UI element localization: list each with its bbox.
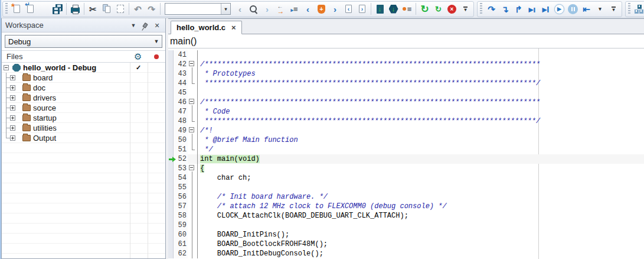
breakpoint-gutter[interactable] bbox=[168, 164, 174, 173]
stack-blocks-icon[interactable] bbox=[633, 2, 644, 16]
code-text[interactable]: BOARD_BootClockFROHF48M(); bbox=[197, 239, 644, 249]
code-text[interactable]: BOARD_InitPins(); bbox=[197, 230, 644, 239]
code-text[interactable]: char ch; bbox=[197, 173, 644, 183]
line-number[interactable]: 55 bbox=[174, 183, 188, 192]
nav-back-icon[interactable]: ‹ bbox=[233, 2, 247, 16]
breakpoint-gutter[interactable] bbox=[168, 126, 174, 135]
fold-collapse-icon[interactable] bbox=[189, 127, 194, 132]
expand-box-icon[interactable] bbox=[10, 85, 15, 90]
code-text[interactable]: BOARD_InitDebugConsole(); bbox=[197, 249, 644, 258]
breakpoint-gutter[interactable] bbox=[168, 202, 174, 211]
expand-box-icon[interactable] bbox=[10, 125, 15, 131]
prev-bookmark-icon[interactable]: ‹ bbox=[301, 2, 315, 16]
breakpoint-gutter[interactable] bbox=[168, 173, 174, 183]
next-document-icon[interactable]: › bbox=[355, 2, 369, 16]
code-text[interactable]: * Code bbox=[197, 107, 644, 116]
collapse-box-icon[interactable] bbox=[4, 65, 9, 70]
expand-box-icon[interactable] bbox=[10, 115, 15, 121]
line-number[interactable]: 58 bbox=[174, 211, 188, 221]
fold-collapse-icon[interactable] bbox=[189, 61, 194, 66]
prev-document-icon[interactable]: ‹ bbox=[342, 2, 355, 16]
stop-debugging-icon[interactable]: ⇤ bbox=[580, 2, 593, 16]
code-text[interactable] bbox=[197, 88, 644, 98]
breakpoint-gutter[interactable] bbox=[168, 107, 174, 116]
breakpoint-gutter[interactable] bbox=[168, 249, 174, 258]
breakpoint-gutter[interactable] bbox=[168, 116, 174, 126]
line-number[interactable]: 46 bbox=[174, 98, 188, 107]
reset-icon[interactable]: ↻ bbox=[418, 2, 431, 16]
next-bookmark-icon[interactable]: › bbox=[328, 2, 342, 16]
breakpoint-column-dot-icon[interactable] bbox=[154, 54, 159, 59]
breakpoint-gutter[interactable] bbox=[168, 79, 174, 88]
breakpoint-gutter[interactable] bbox=[168, 69, 174, 79]
open-document-icon[interactable] bbox=[24, 2, 37, 16]
find-combobox[interactable]: ▾ bbox=[162, 2, 233, 16]
search-icon[interactable] bbox=[247, 2, 260, 16]
expand-box-icon[interactable] bbox=[10, 135, 15, 141]
expand-box-icon[interactable] bbox=[10, 105, 15, 111]
code-text[interactable]: * @brief Main function bbox=[197, 135, 644, 145]
bookmark-list-icon[interactable]: ▸≡ bbox=[287, 2, 301, 16]
code-text[interactable]: */ bbox=[197, 145, 644, 154]
code-text[interactable]: /* attach 12 MHz clock to FLEXCOMM0 (deb… bbox=[197, 202, 644, 211]
expand-box-icon[interactable] bbox=[10, 95, 15, 101]
break-icon[interactable] bbox=[566, 2, 580, 16]
step-into-icon[interactable]: ↴ bbox=[498, 2, 512, 16]
new-document-icon[interactable] bbox=[10, 2, 24, 16]
code-text[interactable] bbox=[197, 50, 644, 60]
code-text[interactable]: /* Init board hardware. */ bbox=[197, 192, 644, 202]
next-statement-icon[interactable]: ▸ı bbox=[525, 2, 539, 16]
line-number[interactable]: 60 bbox=[174, 230, 188, 239]
line-number[interactable]: 61 bbox=[174, 239, 188, 249]
breakpoint-gutter[interactable] bbox=[168, 50, 174, 60]
breakpoint-gutter[interactable] bbox=[168, 98, 174, 107]
fold-collapse-icon[interactable] bbox=[189, 165, 194, 170]
tree-row-board[interactable]: board bbox=[2, 73, 165, 83]
line-number[interactable]: 50 bbox=[174, 135, 188, 145]
toolbar-drag-handle[interactable] bbox=[5, 3, 8, 15]
line-number[interactable]: 53 bbox=[174, 164, 188, 173]
code-text[interactable]: CLOCK_AttachClk(BOARD_DEBUG_UART_CLK_ATT… bbox=[197, 211, 644, 221]
code-text[interactable]: ****************************************… bbox=[197, 116, 644, 126]
tree-row-drivers[interactable]: drivers bbox=[2, 93, 165, 103]
download-icon[interactable]: ↓ bbox=[373, 2, 387, 16]
fold-collapse-icon[interactable] bbox=[189, 99, 194, 104]
tree-row-startup[interactable]: startup bbox=[2, 113, 165, 123]
line-number[interactable]: 52 bbox=[174, 154, 188, 164]
restart-icon[interactable]: ↻ bbox=[431, 2, 445, 16]
line-number[interactable]: 59 bbox=[174, 221, 188, 230]
breakpoint-gutter[interactable] bbox=[168, 135, 174, 145]
breakpoint-gutter[interactable] bbox=[168, 230, 174, 239]
debug-options-dropdown[interactable]: ▾ bbox=[593, 2, 607, 16]
code-text[interactable]: { bbox=[197, 164, 644, 173]
line-number[interactable]: 54 bbox=[174, 173, 188, 183]
toolbar-overflow-button[interactable]: ▾ bbox=[459, 2, 472, 16]
cut-icon[interactable]: ✂ bbox=[86, 2, 100, 16]
breakpoint-gutter[interactable] bbox=[168, 183, 174, 192]
stop-icon[interactable]: × bbox=[445, 2, 459, 16]
debug-without-download-icon[interactable]: ≡ bbox=[400, 2, 414, 16]
breakpoint-gutter[interactable] bbox=[168, 192, 174, 202]
line-number[interactable]: 62 bbox=[174, 249, 188, 258]
panel-close-icon[interactable]: × bbox=[152, 21, 162, 30]
breakpoint-gutter[interactable] bbox=[168, 88, 174, 98]
breakpoint-gutter[interactable] bbox=[168, 211, 174, 221]
breakpoint-gutter[interactable] bbox=[168, 154, 174, 164]
line-number[interactable]: 57 bbox=[174, 202, 188, 211]
configuration-dropdown[interactable]: Debug ▼ bbox=[5, 35, 162, 48]
tab-hello-world-c[interactable]: hello_world.c × bbox=[171, 21, 242, 34]
save-icon[interactable] bbox=[37, 2, 51, 16]
debug-toolbar-drag-handle[interactable] bbox=[480, 3, 482, 15]
line-number[interactable]: 43 bbox=[174, 69, 188, 79]
print-icon[interactable] bbox=[68, 2, 82, 16]
copy-icon[interactable] bbox=[100, 2, 113, 16]
line-number[interactable]: 44 bbox=[174, 79, 188, 88]
nav-forward-icon[interactable]: › bbox=[260, 2, 274, 16]
expand-box-icon[interactable] bbox=[10, 75, 15, 80]
line-number[interactable]: 48 bbox=[174, 116, 188, 126]
code-editor[interactable]: 4142/***********************************… bbox=[168, 48, 644, 259]
extra-toolbar-drag-handle[interactable] bbox=[628, 3, 630, 15]
tree-row-source[interactable]: source bbox=[2, 103, 165, 113]
line-number[interactable]: 49 bbox=[174, 126, 188, 135]
code-text[interactable]: /***************************************… bbox=[197, 60, 644, 69]
